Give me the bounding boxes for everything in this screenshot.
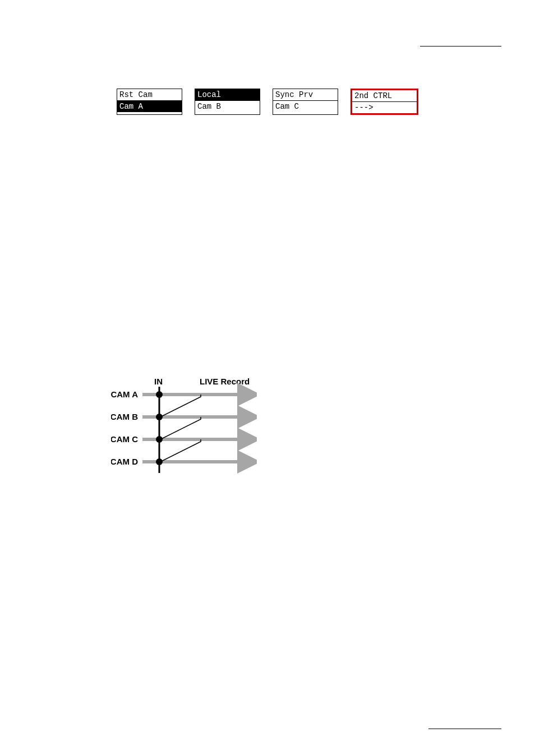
softkey-1: Rst Cam Cam A [117, 89, 182, 115]
cam-a-node [156, 391, 163, 398]
softkey-4-bottom: ---> [352, 101, 417, 113]
page-footer-rule [428, 729, 501, 729]
softkey-2-top: Local [195, 89, 260, 100]
cam-c-node [156, 436, 163, 443]
cam-d-label: CAM D [111, 457, 138, 466]
softkey-3-top: Sync Prv [273, 89, 338, 100]
timeline-diagram: IN LIVE Record CAM A CAM B CAM C CAM D [111, 377, 257, 483]
timeline-svg: IN LIVE Record CAM A CAM B CAM C CAM D [111, 377, 257, 483]
softkey-row: Rst Cam Cam A Local Cam B Sync Prv Cam C… [117, 89, 418, 115]
softkey-3-bottom: Cam C [273, 100, 338, 112]
cam-d-node [156, 458, 163, 465]
live-record-label: LIVE Record [200, 377, 250, 386]
softkey-2-bottom: Cam B [195, 100, 260, 112]
hook-b-c [163, 417, 201, 438]
cam-b-label: CAM B [111, 412, 138, 421]
cam-c-label: CAM C [111, 434, 138, 444]
cam-a-label: CAM A [111, 389, 138, 399]
softkey-4-top: 2nd CTRL [352, 90, 417, 101]
softkey-3: Sync Prv Cam C [273, 89, 338, 115]
hook-c-d [163, 439, 201, 461]
softkey-4: 2nd CTRL ---> [350, 89, 418, 115]
page-header-rule [420, 46, 501, 47]
softkey-1-top: Rst Cam [117, 89, 182, 100]
hook-a-b [163, 395, 201, 416]
softkey-2: Local Cam B [195, 89, 260, 115]
cam-b-node [156, 414, 163, 420]
in-label: IN [154, 377, 163, 386]
softkey-1-bottom: Cam A [117, 100, 182, 112]
